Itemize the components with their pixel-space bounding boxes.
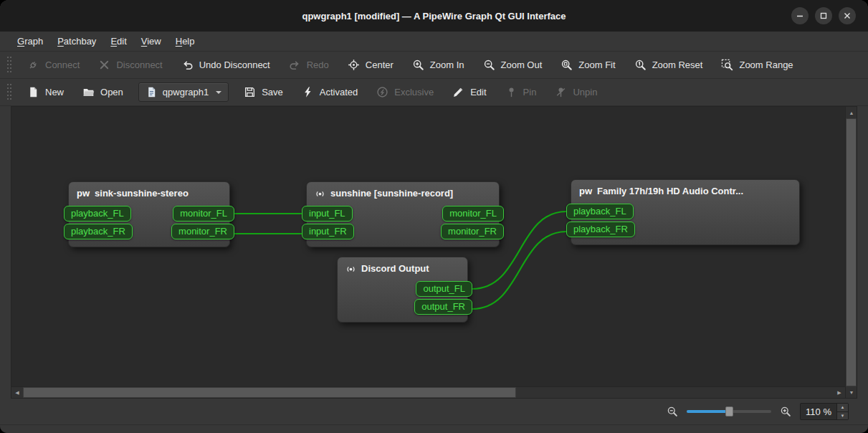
port-playback-fr[interactable]: playback_FR [566, 222, 635, 237]
port-monitor-fl[interactable]: monitor_FL [173, 206, 234, 222]
port-output-fr[interactable]: output_FR [414, 299, 472, 315]
toolbar-drag-handle[interactable] [7, 57, 12, 74]
close-icon [844, 12, 851, 19]
node-header: pw sink-sunshine-stereo [69, 182, 229, 204]
spin-down-icon[interactable]: ▼ [837, 412, 848, 420]
zoom-reset-icon [634, 59, 647, 71]
activated-bolt-icon [302, 86, 314, 98]
port-playback-fl[interactable]: playback_FL [566, 204, 634, 219]
toolbar-drag-handle[interactable] [7, 84, 12, 101]
zoom-range-button[interactable]: Zoom Range [713, 55, 801, 75]
redo-button[interactable]: Redo [281, 55, 337, 75]
node-sink-sunshine-stereo[interactable]: pw sink-sunshine-stereo playback_FL moni… [68, 181, 230, 247]
zoom-in-icon [412, 59, 424, 71]
zoom-reset-button[interactable]: Zoom Reset [626, 55, 711, 75]
scroll-left-arrow-icon[interactable]: ◀ [11, 387, 23, 399]
node-discord-output[interactable]: Discord Output output_FL output_FR [337, 257, 468, 323]
new-label: New [45, 87, 64, 97]
vertical-scrollbar[interactable]: ▲ ▼ [845, 107, 857, 398]
port-input-fr[interactable]: input_FR [302, 224, 354, 239]
zoom-range-icon [721, 59, 733, 71]
window-controls [791, 7, 868, 24]
node-header: sunshine [sunshine-record] [307, 182, 499, 204]
exclusive-toggle[interactable]: Exclusive [368, 82, 442, 103]
save-icon [244, 86, 256, 98]
center-icon [348, 59, 360, 71]
center-label: Center [366, 60, 394, 70]
open-button[interactable]: Open [75, 82, 131, 103]
center-button[interactable]: Center [340, 55, 401, 75]
save-button[interactable]: Save [236, 82, 291, 103]
patchbay-select[interactable]: qpwgraph1 [138, 82, 229, 102]
menu-patchbay[interactable]: Patchbay [50, 32, 103, 51]
vertical-scrollbar-thumb[interactable] [846, 118, 857, 386]
node-header: Discord Output [338, 257, 467, 279]
zoom-fit-button[interactable]: Zoom Fit [553, 55, 623, 75]
connect-label: Connect [45, 60, 80, 70]
menu-graph[interactable]: Graph [10, 32, 50, 51]
connect-button[interactable]: Connect [19, 55, 87, 75]
node-sunshine-record[interactable]: sunshine [sunshine-record] input_FL moni… [306, 181, 500, 247]
node-title: sink-sunshine-stereo [95, 187, 189, 200]
zoom-range-label: Zoom Range [739, 60, 793, 70]
pin-button[interactable]: Pin [497, 82, 545, 103]
maximize-icon [820, 12, 827, 19]
node-family-hd-audio[interactable]: pw Family 17h/19h HD Audio Contr... play… [571, 179, 800, 245]
spinbox-arrows: ▲ ▼ [836, 404, 848, 419]
titlebar[interactable]: qpwgraph1 [modified] — A PipeWire Graph … [0, 0, 868, 32]
minimize-button[interactable] [791, 7, 809, 24]
zoom-spinbox[interactable]: 110 % ▲ ▼ [800, 403, 849, 420]
port-monitor-fl[interactable]: monitor_FL [442, 206, 504, 222]
zoom-in-small-icon[interactable] [780, 406, 791, 417]
zoom-slider-thumb[interactable] [725, 406, 733, 417]
port-playback-fr[interactable]: playback_FR [64, 224, 133, 239]
activated-toggle[interactable]: Activated [294, 82, 366, 103]
scroll-up-arrow-icon[interactable]: ▲ [846, 107, 857, 118]
zoom-slider[interactable] [687, 406, 771, 417]
menu-edit[interactable]: Edit [103, 32, 133, 51]
exclusive-label: Exclusive [394, 87, 434, 97]
port-input-fl[interactable]: input_FL [302, 206, 353, 222]
port-output-fl[interactable]: output_FL [416, 281, 472, 297]
zoom-out-small-icon[interactable] [667, 406, 678, 417]
horizontal-scrollbar-thumb[interactable] [23, 387, 516, 398]
graph-canvas[interactable]: pw sink-sunshine-stereo playback_FL moni… [11, 107, 845, 386]
zoom-fit-icon [561, 59, 573, 71]
edit-pencil-icon [452, 86, 464, 98]
port-monitor-fr[interactable]: monitor_FR [171, 224, 234, 239]
app-window: qpwgraph1 [modified] — A PipeWire Graph … [0, 0, 868, 433]
pin-label: Pin [523, 87, 537, 97]
graph-area: pw sink-sunshine-stereo playback_FL moni… [11, 106, 857, 399]
unpin-icon [555, 86, 567, 98]
statusbar: 110 % ▲ ▼ [0, 399, 868, 424]
disconnect-label: Disconnect [116, 60, 162, 70]
zoom-out-button[interactable]: Zoom Out [475, 55, 550, 75]
patchbay-toolbar: New Open qpwgraph1 Save Activated Exclus… [0, 79, 868, 106]
zoom-value[interactable]: 110 % [801, 404, 836, 419]
patchbay-file-icon [146, 86, 158, 98]
undo-disconnect-button[interactable]: Undo Disconnect [173, 55, 278, 75]
disconnect-icon [98, 59, 110, 71]
menu-view[interactable]: View [134, 32, 168, 51]
new-button[interactable]: New [19, 82, 72, 103]
connect-icon [27, 59, 39, 71]
edit-label: Edit [470, 87, 486, 97]
zoom-in-button[interactable]: Zoom In [404, 55, 472, 75]
unpin-button[interactable]: Unpin [547, 82, 605, 103]
redo-label: Redo [307, 60, 329, 70]
horizontal-scrollbar[interactable]: ◀ ▶ [11, 386, 845, 398]
horizontal-scrollbar-track[interactable] [516, 387, 834, 398]
edit-toggle[interactable]: Edit [444, 82, 494, 103]
disconnect-button[interactable]: Disconnect [90, 55, 170, 75]
port-playback-fl[interactable]: playback_FL [64, 206, 131, 222]
menu-help[interactable]: Help [168, 32, 202, 51]
patchbay-select-value: qpwgraph1 [163, 87, 209, 97]
scroll-down-arrow-icon[interactable]: ▼ [846, 386, 857, 398]
close-button[interactable] [839, 7, 856, 24]
maximize-button[interactable] [815, 7, 832, 24]
node-header: pw Family 17h/19h HD Audio Contr... [571, 180, 799, 201]
scroll-right-arrow-icon[interactable]: ▶ [834, 387, 845, 399]
port-monitor-fr[interactable]: monitor_FR [441, 224, 504, 239]
spin-up-icon[interactable]: ▲ [837, 404, 848, 412]
window-title: qpwgraph1 [modified] — A PipeWire Graph … [0, 11, 868, 22]
